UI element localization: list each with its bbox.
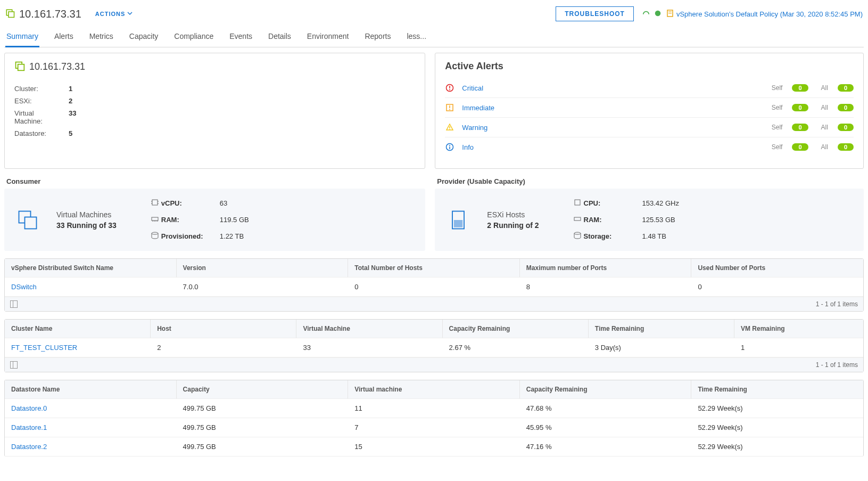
datastore-link[interactable]: Datastore.0 — [5, 399, 177, 418]
ram-icon — [151, 215, 161, 225]
chevron-down-icon — [127, 11, 133, 17]
critical-all-count: 0 — [838, 84, 854, 92]
info-icon — [445, 143, 454, 151]
cell: 8 — [520, 278, 692, 297]
th[interactable]: VM Remaining — [734, 320, 863, 338]
vcpu-label: vCPU: — [161, 199, 220, 207]
datastore-link[interactable]: Datastore.2 — [5, 437, 177, 456]
cpu-icon — [151, 198, 161, 208]
storage-value: 1.48 TB — [642, 232, 856, 240]
table-row[interactable]: DSwitch 7.0.0 0 8 0 — [5, 278, 863, 297]
th[interactable]: Capacity Remaining — [520, 380, 692, 399]
svg-rect-20 — [25, 217, 37, 229]
svg-point-36 — [574, 232, 581, 234]
table-row[interactable]: Datastore.2 499.75 GB 15 47.16 % 52.29 W… — [5, 437, 863, 456]
cell: 47.68 % — [520, 399, 692, 418]
vm-icon — [12, 208, 44, 232]
th[interactable]: Time Remaining — [589, 320, 734, 338]
summary-card: 10.161.73.31 Cluster:1 ESXi:2 Virtual Ma… — [4, 53, 425, 169]
alert-link-info[interactable]: Info — [462, 143, 758, 151]
datastore-grid: Datastore Name Capacity Virtual machine … — [4, 380, 864, 456]
th[interactable]: Maximum number of Ports — [520, 259, 692, 278]
alert-link-warning[interactable]: Warning — [462, 124, 758, 132]
critical-icon — [445, 84, 454, 92]
prov-value: 1.22 TB — [220, 232, 418, 240]
status-green-icon — [642, 10, 650, 19]
host-icon — [442, 208, 474, 232]
tab-compliance[interactable]: Compliance — [173, 28, 214, 47]
troubleshoot-button[interactable]: TROUBLESHOOT — [556, 6, 634, 21]
actions-label: ACTIONS — [95, 11, 126, 17]
status-badge-icon — [654, 10, 662, 19]
cluster-grid: Cluster Name Host Virtual Machine Capaci… — [4, 319, 864, 372]
self-label: Self — [772, 104, 783, 111]
th[interactable]: vSphere Distributed Switch Name — [5, 259, 177, 278]
th[interactable]: Time Remaining — [691, 380, 863, 399]
th[interactable]: Total Number of Hosts — [348, 259, 520, 278]
alert-link-critical[interactable]: Critical — [462, 84, 758, 92]
tab-metrics[interactable]: Metrics — [88, 28, 114, 47]
th[interactable]: Version — [177, 259, 349, 278]
th[interactable]: Datastore Name — [5, 380, 177, 399]
th[interactable]: Host — [151, 320, 296, 338]
self-label: Self — [772, 143, 783, 151]
self-label: Self — [772, 84, 783, 92]
th[interactable]: Cluster Name — [5, 320, 151, 338]
dswitch-link[interactable]: DSwitch — [5, 278, 177, 297]
svg-point-17 — [449, 145, 450, 146]
pram-value: 125.53 GB — [642, 216, 856, 224]
tab-capacity[interactable]: Capacity — [128, 28, 159, 47]
cell: 47.16 % — [520, 437, 692, 456]
provider-panel: ESXi Hosts 2 Running of 2 CPU: 153.42 GH… — [435, 189, 864, 251]
active-alerts-card: Active Alerts Critical Self0 All0 Immedi… — [435, 53, 864, 169]
column-picker-icon[interactable] — [10, 300, 18, 308]
table-row[interactable]: Datastore.0 499.75 GB 11 47.68 % 52.29 W… — [5, 399, 863, 418]
table-row[interactable]: FT_TEST_CLUSTER 2 33 2.67 % 3 Day(s) 1 — [5, 338, 863, 357]
ram-label: RAM: — [161, 216, 220, 224]
svg-rect-1 — [9, 12, 14, 18]
alert-link-immediate[interactable]: Immediate — [462, 104, 758, 112]
esxi-value: 2 — [69, 97, 72, 105]
ram-label: RAM: — [584, 216, 642, 224]
grid-footer-text: 1 - 1 of 1 items — [816, 300, 858, 308]
tab-bar: Summary Alerts Metrics Capacity Complian… — [4, 28, 864, 47]
ram-icon — [573, 215, 584, 225]
svg-point-10 — [449, 89, 450, 91]
th[interactable]: Virtual Machine — [296, 320, 442, 338]
column-picker-icon[interactable] — [10, 361, 18, 369]
cell: 11 — [348, 399, 520, 418]
svg-rect-35 — [574, 217, 581, 221]
cpu-icon — [573, 198, 584, 208]
warning-self-count: 0 — [792, 124, 808, 131]
page-title: 10.161.73.31 — [19, 8, 81, 20]
th[interactable]: Used Number of Ports — [691, 259, 863, 278]
actions-menu[interactable]: ACTIONS — [95, 11, 133, 17]
vcenter-icon — [5, 9, 15, 20]
tab-environment[interactable]: Environment — [306, 28, 350, 47]
tab-events[interactable]: Events — [228, 28, 253, 47]
vm-value: 33 — [69, 109, 76, 125]
immediate-self-count: 0 — [792, 104, 808, 111]
consumer-label: Consumer — [6, 177, 425, 185]
consumer-panel: Virtual Machines 33 Running of 33 vCPU: … — [4, 189, 425, 251]
th[interactable]: Virtual machine — [348, 380, 520, 399]
svg-point-31 — [152, 232, 158, 234]
tab-alerts[interactable]: Alerts — [53, 28, 75, 47]
alert-row-immediate: Immediate Self0 All0 — [445, 98, 854, 118]
provider-top: ESXi Hosts — [487, 210, 539, 219]
table-row[interactable]: Datastore.1 499.75 GB 7 45.95 % 52.29 We… — [5, 418, 863, 437]
storage-icon — [151, 231, 161, 241]
vm-label: Virtual Machine: — [14, 109, 63, 125]
tab-reports[interactable]: Reports — [363, 28, 392, 47]
policy-link[interactable]: vSphere Solution's Default Policy (Mar 3… — [666, 9, 863, 19]
all-label: All — [821, 104, 828, 111]
datastore-link[interactable]: Datastore.1 — [5, 418, 177, 437]
tab-details[interactable]: Details — [267, 28, 292, 47]
storage-icon — [573, 231, 584, 241]
tab-summary[interactable]: Summary — [5, 28, 39, 47]
tab-less[interactable]: less... — [406, 28, 427, 47]
th[interactable]: Capacity — [177, 380, 349, 399]
cluster-link[interactable]: FT_TEST_CLUSTER — [5, 338, 151, 357]
th[interactable]: Capacity Remaining — [443, 320, 589, 338]
datastore-value: 5 — [69, 129, 72, 137]
